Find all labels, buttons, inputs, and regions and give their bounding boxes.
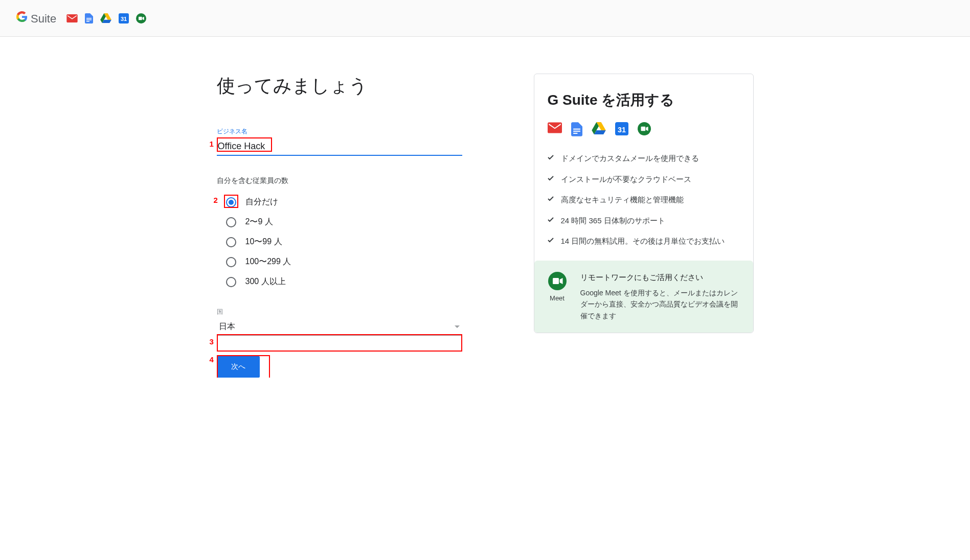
- benefit-item: 14 日間の無料試用。その後は月単位でお支払い: [548, 236, 740, 247]
- drive-icon: [100, 13, 111, 23]
- svg-rect-6: [139, 16, 142, 20]
- gmail-icon: [66, 14, 78, 22]
- meet-icon: [638, 122, 651, 138]
- annotation-number-2: 2: [214, 196, 218, 204]
- meet-body: Google Meet を使用すると、メールまたはカレンダーから直接、安全かつ高…: [580, 287, 743, 321]
- check-icon: [548, 196, 554, 201]
- radio-icon: [226, 237, 236, 247]
- sidebar-title: G Suite を活用する: [548, 90, 740, 110]
- meet-label: Meet: [550, 294, 565, 302]
- docs-icon: [85, 13, 93, 24]
- country-field: 国 日本 3: [217, 308, 483, 336]
- meet-promo-box: Meet リモートワークにもご活用ください Google Meet を使用すると…: [534, 261, 753, 333]
- annotation-number-1: 1: [210, 139, 214, 148]
- employees-option-1[interactable]: 2〜9 人: [226, 217, 483, 227]
- employees-label: 自分を含む従業員の数: [217, 176, 483, 185]
- gsuite-logo: Suite: [16, 11, 56, 26]
- benefit-text: インストールが不要なクラウドベース: [561, 174, 691, 185]
- benefits-list: ドメインでカスタムメールを使用できる インストールが不要なクラウドベース 高度な…: [548, 153, 740, 247]
- benefit-text: 高度なセキュリティ機能と管理機能: [561, 194, 684, 206]
- radio-icon: [226, 257, 236, 267]
- meet-icon: [136, 13, 146, 24]
- business-name-field: ビジネス名 1: [217, 127, 483, 156]
- check-icon: [548, 217, 554, 222]
- meet-icon: [548, 272, 567, 292]
- country-select[interactable]: 日本: [217, 318, 462, 336]
- sidebar-app-icons: 31: [548, 122, 740, 138]
- check-icon: [548, 176, 554, 181]
- country-value: 日本: [219, 321, 235, 332]
- radio-label: 300 人以上: [245, 276, 286, 287]
- google-g-icon: [16, 11, 28, 22]
- check-icon: [548, 155, 554, 160]
- svg-rect-0: [86, 18, 92, 19]
- radio-label: 10〜99 人: [245, 237, 282, 247]
- benefit-item: ドメインでカスタムメールを使用できる: [548, 153, 740, 165]
- calendar-icon: 31: [119, 13, 129, 24]
- benefit-item: 高度なセキュリティ機能と管理機能: [548, 194, 740, 206]
- employees-option-4[interactable]: 300 人以上: [226, 276, 483, 287]
- annotation-number-4: 4: [210, 355, 214, 364]
- radio-label: 100〜299 人: [245, 256, 291, 267]
- employees-option-0[interactable]: 自分だけ: [226, 197, 483, 207]
- svg-text:31: 31: [618, 126, 626, 134]
- svg-text:31: 31: [121, 16, 127, 22]
- benefit-text: ドメインでカスタムメールを使用できる: [561, 153, 699, 165]
- svg-rect-1: [86, 19, 92, 20]
- sidebar-card: G Suite を活用する 31 ドメインでカスタムメールを使用できる インスト…: [534, 74, 754, 333]
- chevron-down-icon: [454, 325, 460, 329]
- svg-rect-2: [86, 21, 89, 22]
- radio-label: 2〜9 人: [245, 217, 273, 227]
- next-button[interactable]: 次へ: [217, 356, 260, 378]
- business-name-label: ビジネス名: [217, 127, 483, 136]
- radio-icon: [226, 277, 236, 287]
- calendar-icon: 31: [615, 122, 628, 138]
- annotation-number-3: 3: [210, 337, 214, 346]
- drive-icon: [592, 122, 606, 138]
- meet-heading: リモートワークにもご活用ください: [580, 272, 743, 284]
- employees-radio-group: 2 自分だけ 2〜9 人 10〜99 人 100〜299 人: [217, 197, 483, 287]
- employees-option-3[interactable]: 100〜299 人: [226, 256, 483, 267]
- country-label: 国: [217, 308, 483, 316]
- benefit-text: 14 日間の無料試用。その後は月単位でお支払い: [561, 236, 725, 247]
- radio-icon: [226, 217, 236, 227]
- radio-label: 自分だけ: [245, 197, 278, 207]
- svg-rect-13: [641, 127, 645, 131]
- svg-rect-9: [573, 133, 577, 134]
- gmail-icon: [548, 122, 562, 138]
- check-icon: [548, 238, 554, 243]
- page-title: 使ってみましょう: [217, 74, 483, 99]
- employees-option-2[interactable]: 10〜99 人: [226, 237, 483, 247]
- svg-rect-7: [573, 129, 580, 130]
- benefit-item: 24 時間 365 日体制のサポート: [548, 215, 740, 227]
- svg-rect-8: [573, 131, 580, 132]
- svg-rect-15: [553, 278, 559, 284]
- radio-icon: [226, 197, 236, 207]
- app-header: Suite 31: [0, 0, 970, 37]
- benefit-item: インストールが不要なクラウドベース: [548, 174, 740, 185]
- benefit-text: 24 時間 365 日体制のサポート: [561, 215, 665, 227]
- business-name-input[interactable]: [217, 138, 462, 156]
- docs-icon: [571, 122, 582, 138]
- gsuite-wordmark: Suite: [31, 12, 56, 26]
